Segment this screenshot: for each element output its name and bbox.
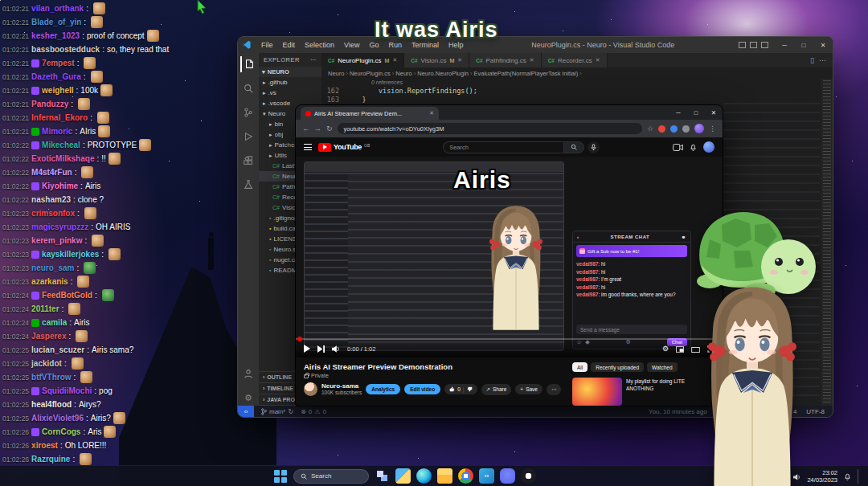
analytics-button[interactable]: Analytics [366, 384, 400, 394]
extension-icon[interactable] [658, 125, 665, 133]
explorer-icon[interactable] [240, 56, 256, 72]
maximize-button[interactable]: □ [794, 42, 813, 49]
notifications-bell-icon[interactable] [844, 469, 851, 484]
filter-chip[interactable]: Watched [647, 362, 677, 372]
youtube-profile-avatar[interactable] [703, 141, 714, 153]
tab-close-icon[interactable]: ✕ [429, 110, 434, 116]
vscode-app-icon[interactable]: ‹› [479, 468, 494, 484]
edit-video-button[interactable]: Edit video [404, 384, 440, 394]
miniplayer-icon[interactable] [676, 341, 684, 356]
editor-tab[interactable]: C# Vision.cs M ✕ [404, 53, 469, 67]
settings-gear-icon[interactable]: ⚙ [240, 390, 256, 406]
split-editor-icon[interactable]: ▯ [810, 56, 814, 64]
problems-status[interactable]: ⊗0 ⚠0 [301, 408, 326, 415]
share-button[interactable]: ↗Share [481, 384, 512, 395]
bookmark-star-icon[interactable]: ☆ [647, 125, 653, 133]
editor-more-icon[interactable]: ⋯ [819, 56, 826, 64]
menu-item[interactable]: Edit [279, 39, 300, 51]
breadcrumb-item[interactable]: Neuro› [395, 70, 416, 77]
create-video-icon[interactable] [673, 140, 683, 154]
testing-icon[interactable] [240, 177, 256, 193]
back-button[interactable]: ← [302, 125, 309, 133]
discord-icon[interactable] [500, 468, 515, 484]
browser-tab[interactable]: Airis AI Streamer Preview Dem... ✕ [301, 107, 439, 120]
chrome-browser-icon[interactable] [458, 468, 473, 484]
vscode-titlebar[interactable]: FileEditSelectionViewGoRunTerminalHelp N… [238, 37, 833, 53]
minimap[interactable] [821, 79, 833, 406]
hamburger-menu-icon[interactable] [304, 144, 312, 150]
mic-icon[interactable] [588, 141, 600, 153]
obs-icon[interactable] [521, 468, 536, 484]
extensions-icon[interactable] [240, 153, 256, 169]
explorer-more-icon[interactable]: ⋯ [310, 56, 317, 63]
gift-sub-banner[interactable]: Gift a Sub now to be #1! [576, 245, 687, 257]
address-bar[interactable]: youtube.com/watch?v=oDYu0XIyg3M [338, 123, 642, 134]
editor-tab[interactable]: C# NeuroPlugin.cs M ✕ [321, 53, 404, 67]
minimize-button[interactable]: ─ [669, 109, 687, 116]
tab-close-icon[interactable]: ✕ [457, 57, 462, 63]
play-button[interactable] [304, 345, 310, 353]
explorer-item[interactable]: ▸ .github [259, 77, 321, 88]
tab-close-icon[interactable]: ✕ [530, 57, 534, 63]
taskbar-search[interactable]: Search [293, 469, 369, 484]
filter-chip[interactable]: All [572, 362, 588, 372]
volume-icon[interactable] [332, 341, 340, 356]
youtube-logo[interactable]: YouTube GB [318, 143, 370, 152]
run-debug-icon[interactable] [240, 129, 256, 145]
editor-tab[interactable]: C# Pathfinding.cs ✕ [469, 53, 541, 67]
remote-indicator-icon[interactable]: ‹› [238, 406, 254, 417]
maximize-button[interactable]: □ [687, 109, 705, 116]
layout-toggle-icons[interactable] [739, 42, 768, 48]
tab-close-icon[interactable]: ✕ [392, 57, 397, 63]
reload-button[interactable]: ↻ [326, 125, 333, 133]
breadcrumb-item[interactable]: Neuro.NeuroPlugin› [417, 70, 472, 77]
breadcrumb-item[interactable]: EvaluatePath(NormalPlayerTask initial)› [474, 70, 582, 77]
save-button[interactable]: +Save [515, 384, 542, 394]
close-button[interactable]: ✕ [813, 42, 833, 49]
search-icon[interactable] [240, 80, 256, 96]
youtube-search-button[interactable] [563, 141, 584, 153]
minimize-button[interactable]: ─ [775, 42, 794, 49]
explorer-item[interactable]: ▸ .vs [259, 88, 321, 98]
channel-avatar[interactable] [304, 382, 317, 396]
account-icon[interactable] [240, 366, 256, 382]
task-view-icon[interactable] [375, 468, 390, 484]
browser-profile-avatar[interactable] [694, 124, 704, 133]
forward-button[interactable]: → [314, 125, 321, 133]
menu-item[interactable]: View [340, 39, 363, 51]
project-root[interactable]: ▾ NEURO [259, 67, 321, 77]
statusbar-item[interactable]: UTF-8 [806, 408, 825, 415]
filter-chip[interactable]: Recently uploaded [591, 362, 644, 372]
next-button[interactable] [317, 341, 325, 356]
settings-gear-icon[interactable]: ⚙ [662, 345, 669, 353]
browser-menu-icon[interactable]: ⋮ [709, 125, 716, 133]
breadcrumb-item[interactable]: NeuroPlugin.cs› [350, 70, 394, 77]
start-button[interactable] [273, 469, 288, 484]
stream-chat-input[interactable]: Send a message [576, 325, 687, 334]
show-desktop-button[interactable] [858, 469, 860, 484]
extension-icon[interactable] [682, 125, 690, 133]
channel-name[interactable]: Neuro-sama [321, 383, 362, 390]
source-control-icon[interactable] [240, 104, 256, 120]
youtube-search-input[interactable] [443, 141, 563, 153]
breadcrumb-item[interactable]: Neuro› [328, 70, 348, 77]
git-branch-status[interactable]: main* ↻ [261, 408, 293, 415]
close-button[interactable]: ✕ [705, 109, 723, 116]
file-explorer-icon[interactable] [437, 468, 452, 484]
extension-icon[interactable] [670, 125, 678, 133]
more-actions-button[interactable]: ⋯ [547, 384, 562, 395]
taskbar-clock[interactable]: 23:02 24/03/2023 [807, 469, 837, 484]
like-dislike-pill[interactable]: 0 | [444, 384, 477, 394]
suggested-video[interactable]: My playlist for doing LITE ANOTHING [572, 378, 714, 406]
menu-item[interactable]: Selection [301, 39, 338, 51]
editor-tab[interactable]: C# Recorder.cs ✕ [542, 53, 608, 67]
chevron-left-icon[interactable]: ‹ [577, 235, 579, 239]
codelens-references[interactable]: 0 references [321, 79, 833, 87]
tab-close-icon[interactable]: ✕ [596, 57, 600, 63]
widgets-icon[interactable] [395, 468, 411, 484]
suggested-thumbnail[interactable] [572, 378, 622, 406]
edge-browser-icon[interactable] [416, 468, 432, 484]
menu-item[interactable]: File [257, 39, 277, 51]
notifications-bell-icon[interactable] [690, 140, 697, 154]
video-player[interactable]: Airis ‹ STREAM CHAT ☻ Gift a Sub now to … [296, 157, 723, 357]
